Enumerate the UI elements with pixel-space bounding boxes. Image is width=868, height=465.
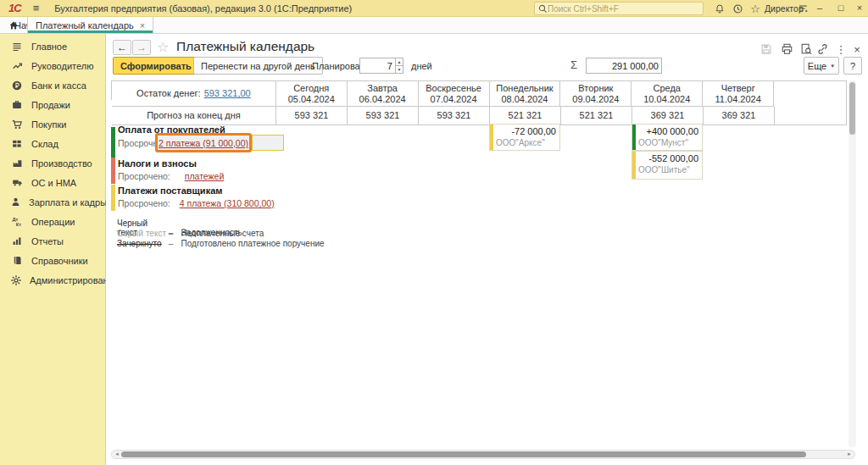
cell-status-bar-yellow — [490, 125, 493, 150]
search-icon — [538, 4, 548, 14]
scroll-left-arrow[interactable]: ◄ — [113, 451, 121, 458]
column-header-thursday: Четверг11.04.2024 — [703, 81, 774, 107]
pallet-grid-icon — [10, 137, 24, 151]
generate-button[interactable]: Сформировать — [113, 57, 199, 75]
overdue-label: Просрочено: 4 платежа (310 800,00) — [118, 198, 275, 208]
overdue-taxes-link[interactable]: платежей — [185, 171, 225, 181]
plan-days-stepper[interactable]: ▲ ▼ — [395, 58, 403, 73]
overdue-suppliers-link[interactable]: 4 платежа (310 800,00) — [180, 198, 275, 208]
sidebar-item-warehouse[interactable]: Склад — [0, 134, 105, 153]
sum-sigma-icon: Σ — [570, 58, 577, 71]
sidebar-item-salary-hr[interactable]: Зарплата и кадры — [0, 192, 105, 212]
horizontal-scrollbar[interactable]: ◄ ► — [111, 450, 855, 459]
sidebar-item-administration[interactable]: Администрирование — [0, 270, 105, 290]
forward-button[interactable]: → — [132, 40, 151, 55]
sidebar-item-manager[interactable]: Руководителю — [0, 56, 105, 75]
column-header-tuesday: Вторник09.04.2024 — [560, 81, 632, 107]
window-titlebar: 1С ≡ Бухгалтерия предприятия (базовая), … — [0, 0, 868, 17]
sidebar-item-main[interactable]: Главное — [0, 36, 105, 56]
payment-cell-wednesday-expense[interactable]: -552 000,00 ООО"Шитье" — [632, 151, 703, 180]
sidebar-item-fixed-assets[interactable]: ОС и НМА — [0, 173, 105, 192]
forecast-cell: 521 321 — [561, 107, 632, 125]
dropdown-arrow-icon: ▼ — [830, 64, 835, 69]
maximize-button[interactable]: □ — [833, 1, 849, 15]
person-icon — [10, 196, 21, 209]
tab-close-icon[interactable]: × — [140, 20, 145, 30]
scroll-right-arrow[interactable]: ► — [845, 451, 854, 458]
print-preview-icon[interactable] — [798, 42, 814, 56]
global-search[interactable] — [534, 2, 704, 15]
service-settings-icon[interactable] — [795, 2, 810, 15]
header-filler-cell — [774, 81, 847, 125]
vertical-scrollbar[interactable] — [849, 80, 856, 447]
shopping-cart-icon — [10, 118, 24, 131]
cell-organization: ООО"Мунст" — [638, 138, 688, 147]
history-icon[interactable] — [730, 2, 745, 15]
window-title: Бухгалтерия предприятия (базовая), редак… — [54, 3, 352, 14]
bank-coin-icon — [10, 79, 24, 92]
sidebar-item-production[interactable]: Производство — [0, 153, 105, 173]
section-bar-customers — [111, 127, 115, 161]
print-icon[interactable] — [779, 42, 794, 56]
close-window-button[interactable]: × — [852, 1, 867, 15]
move-to-another-day-button[interactable]: Перенести на другой день — [193, 57, 323, 75]
sidebar-item-sales[interactable]: Продажи — [0, 95, 105, 114]
help-button[interactable]: ? — [843, 57, 862, 75]
favorites-star-icon[interactable]: ☆ — [748, 2, 763, 15]
forecast-cell: 593 321 — [419, 107, 490, 125]
main-menu-icon[interactable]: ≡ — [33, 2, 40, 14]
overdue-label: Просрочено: платежей — [118, 171, 224, 181]
cell-amount: -72 000,00 — [511, 126, 556, 136]
spin-up-icon[interactable]: ▲ — [396, 58, 403, 66]
sidebar-item-bank-cash[interactable]: Банк и касса — [0, 75, 105, 95]
truck-icon — [10, 176, 24, 190]
plan-days-input[interactable] — [360, 58, 395, 73]
cell-organization: ООО"Арксе" — [496, 138, 545, 147]
trend-chart-icon — [10, 59, 24, 73]
cell-status-bar-yellow — [632, 152, 636, 179]
balance-label: Остаток денег: — [136, 88, 201, 99]
bar-chart-icon — [10, 235, 24, 248]
get-link-icon[interactable] — [815, 42, 830, 56]
sidebar-item-operations[interactable]: ДтКт Операции — [0, 212, 105, 231]
page-title: Платежный календарь — [176, 39, 314, 54]
more-actions-icon[interactable]: ⋮ — [833, 42, 849, 56]
tab-payment-calendar[interactable]: Платежный календарь × — [27, 17, 153, 33]
balance-value-link[interactable]: 593 321,00 — [204, 88, 251, 99]
current-cell-outline[interactable] — [252, 135, 284, 151]
cell-organization: ООО"Шитье" — [638, 165, 690, 174]
vertical-scroll-thumb[interactable] — [849, 82, 855, 135]
svg-text:Кт: Кт — [15, 222, 20, 227]
cell-status-bar-green — [632, 125, 636, 150]
sidebar-item-purchases[interactable]: Покупки — [0, 114, 105, 134]
sidebar-item-reports[interactable]: Отчеты — [0, 231, 105, 251]
favorite-star-icon[interactable]: ☆ — [157, 39, 169, 55]
notifications-bell-icon[interactable] — [712, 2, 727, 15]
payment-cell-monday[interactable]: -72 000,00 ООО"Арксе" — [489, 124, 560, 151]
payment-cell-wednesday-income[interactable]: +400 000,00 ООО"Мунст" — [632, 124, 703, 151]
tab-label: Платежный календарь — [36, 20, 134, 30]
balance-header-cell: Остаток денег: 593 321,00 — [112, 81, 276, 107]
main-section-icon — [10, 40, 24, 53]
1c-logo: 1С — [8, 2, 21, 14]
more-button[interactable]: Еще ▼ — [804, 57, 839, 75]
back-button[interactable]: ← — [113, 40, 131, 55]
save-icon[interactable] — [759, 42, 774, 56]
tab-home[interactable]: Начальная страница — [0, 17, 27, 33]
payment-calendar-form: ← → ☆ Платежный календарь ⋮ × Сформирова… — [106, 34, 868, 465]
sum-field[interactable] — [586, 58, 662, 74]
close-form-icon[interactable]: × — [849, 42, 865, 56]
column-header-today: Сегодня05.04.2024 — [276, 81, 348, 107]
search-input[interactable] — [548, 4, 692, 14]
legend-row-gray: Серый текст – Неоплаченные счета — [117, 229, 264, 238]
sum-input[interactable] — [587, 58, 661, 73]
horizontal-scroll-thumb[interactable] — [121, 451, 806, 457]
minimize-button[interactable]: – — [812, 1, 827, 15]
column-header-tomorrow: Завтра06.04.2024 — [348, 81, 419, 107]
plan-units-label: дней — [411, 61, 432, 71]
overdue-customers-link[interactable]: 2 платежа (91 000,00) — [159, 138, 248, 148]
main-sections-sidebar: Главное Руководителю Банк и касса Продаж… — [0, 34, 106, 465]
plan-days-field[interactable]: ▲ ▼ — [359, 58, 403, 74]
spin-down-icon[interactable]: ▼ — [396, 66, 403, 73]
sidebar-item-references[interactable]: Справочники — [0, 251, 105, 270]
